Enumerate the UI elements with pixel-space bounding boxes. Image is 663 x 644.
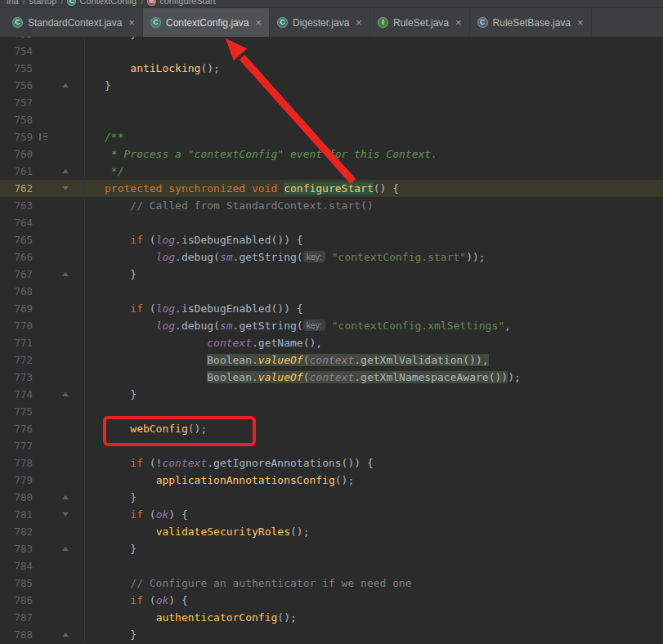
line-number: 787: [0, 609, 33, 626]
code-token: "contextConfig.start": [332, 251, 466, 263]
gutter: 777: [0, 437, 85, 454]
code-line[interactable]: }: [85, 626, 663, 643]
code-token: validateSecurityRoles: [156, 525, 290, 538]
fold-marker-icon[interactable]: [62, 547, 69, 551]
tab-label: StandardContext.java: [28, 17, 122, 29]
code-line[interactable]: */: [85, 163, 663, 180]
gutter: 755: [0, 60, 85, 77]
editor-lines: 753 }754755 antiLocking();756}757758759/…: [0, 37, 663, 643]
tab-close-icon[interactable]: ×: [255, 17, 262, 28]
gutter-icons: [33, 592, 84, 609]
code-line[interactable]: antiLocking();: [85, 60, 663, 77]
fold-marker-icon[interactable]: [62, 169, 69, 173]
code-line[interactable]: }: [85, 266, 663, 283]
code-line[interactable]: if (ok) {: [85, 592, 663, 609]
tab-close-icon[interactable]: ×: [455, 17, 462, 28]
code-line[interactable]: Boolean.valueOf(context.getXmlValidation…: [85, 351, 663, 369]
breadcrumb-item[interactable]: CContextConfig: [67, 0, 137, 6]
code-line[interactable]: }: [85, 37, 663, 42]
code-line[interactable]: }: [85, 489, 663, 506]
fold-marker-icon[interactable]: [62, 272, 69, 276]
code-line[interactable]: [85, 403, 663, 420]
method-icon: m: [147, 0, 156, 6]
fold-marker-icon[interactable]: [62, 633, 69, 637]
code-line[interactable]: }: [85, 540, 663, 557]
code-line[interactable]: [85, 42, 663, 60]
gutter-icons: [33, 283, 84, 300]
code-line[interactable]: [85, 111, 663, 128]
tab-standardcontext-java[interactable]: CStandardContext.java×: [5, 8, 143, 37]
code-line[interactable]: log.debug(sm.getString(key: "contextConf…: [85, 248, 663, 266]
code-line[interactable]: [85, 94, 663, 111]
class-icon: C: [12, 17, 23, 28]
gutter: 788: [0, 626, 85, 643]
line-number: 767: [0, 266, 33, 283]
code-token: ok: [156, 594, 169, 606]
tab-ruleset-java[interactable]: IRuleSet.java×: [370, 8, 470, 37]
code-line[interactable]: [85, 437, 663, 454]
editor-tabs: CStandardContext.java×CContextConfig.jav…: [0, 8, 663, 37]
code-line[interactable]: [85, 283, 663, 300]
code-line[interactable]: applicationAnnotationsConfig();: [85, 472, 663, 489]
tab-rulesetbase-java[interactable]: CRuleSetBase.java×: [470, 8, 592, 37]
tab-close-icon[interactable]: ×: [356, 17, 362, 28]
editor[interactable]: 753 }754755 antiLocking();756}757758759/…: [0, 37, 663, 644]
code-line[interactable]: // Called from StandardContext.start(): [85, 197, 663, 214]
tab-contextconfig-java[interactable]: CContextConfig.java×: [143, 8, 270, 37]
code-line[interactable]: context.getName(),: [85, 334, 663, 351]
code-line[interactable]: if (log.isDebugEnabled()) {: [85, 231, 663, 248]
editor-line: 776 webConfig();: [0, 420, 663, 437]
code-line[interactable]: validateSecurityRoles();: [85, 523, 663, 540]
line-number: 773: [0, 369, 33, 386]
code-line[interactable]: /**: [85, 128, 663, 145]
code-token: sm: [220, 251, 233, 263]
gutter-icons: [33, 557, 84, 575]
gutter-icons: [33, 334, 84, 351]
gutter: 780: [0, 489, 85, 506]
breadcrumb-item[interactable]: mconfigureStart: [147, 0, 215, 6]
gutter-icons: [33, 300, 84, 317]
line-number: 765: [0, 231, 33, 248]
editor-line: 787 authenticatorConfig();: [0, 609, 663, 626]
code-line[interactable]: if (ok) {: [85, 506, 663, 523]
code-line[interactable]: authenticatorConfig();: [85, 609, 663, 626]
editor-line: 785 // Configure an authenticator if we …: [0, 575, 663, 592]
code-token: [105, 423, 130, 435]
code-line[interactable]: if (log.isDebugEnabled()) {: [85, 300, 663, 317]
code-line[interactable]: }: [85, 386, 663, 403]
line-number: 781: [0, 506, 33, 523]
breadcrumb-separator: /: [23, 0, 25, 6]
gutter: 761: [0, 163, 85, 180]
tab-digester-java[interactable]: CDigester.java×: [270, 8, 370, 37]
ide-window: ina/startup/CContextConfig/mconfigureSta…: [0, 0, 663, 644]
code-line[interactable]: protected synchronized void configureSta…: [85, 180, 663, 197]
code-line[interactable]: * Process a "contextConfig" event for th…: [85, 145, 663, 163]
gutter: 773: [0, 369, 85, 386]
code-token: protected synchronized void: [105, 182, 277, 195]
code-line[interactable]: // Configure an authenticator if we need…: [85, 575, 663, 592]
code-line[interactable]: [85, 214, 663, 231]
editor-line: 756}: [0, 77, 663, 94]
code-token: ();: [335, 474, 354, 486]
editor-line: 770 log.debug(sm.getString(key: "context…: [0, 317, 663, 334]
code-line[interactable]: log.debug(sm.getString(key: "contextConf…: [85, 317, 663, 334]
tab-close-icon[interactable]: ×: [577, 17, 584, 28]
fold-marker-icon[interactable]: [62, 512, 69, 517]
code-line[interactable]: webConfig();: [85, 420, 663, 437]
gutter: 771: [0, 334, 85, 351]
gutter-icons: [33, 489, 84, 506]
fold-marker-icon[interactable]: [62, 392, 69, 396]
code-line[interactable]: [85, 557, 663, 575]
code-token: }: [105, 543, 137, 555]
code-token: context: [309, 371, 354, 383]
code-line[interactable]: if (!context.getIgnoreAnnotations()) {: [85, 454, 663, 472]
tab-close-icon[interactable]: ×: [128, 17, 135, 28]
fold-marker-icon[interactable]: [62, 83, 69, 87]
breadcrumb-item[interactable]: startup: [29, 0, 57, 6]
fold-marker-icon[interactable]: [62, 186, 69, 190]
fold-marker-icon[interactable]: [62, 495, 69, 499]
code-line[interactable]: Boolean.valueOf(context.getXmlNamespaceA…: [85, 369, 663, 386]
breadcrumb-item[interactable]: ina: [7, 0, 19, 6]
code-line[interactable]: }: [85, 77, 663, 94]
code-token: log: [156, 302, 175, 315]
